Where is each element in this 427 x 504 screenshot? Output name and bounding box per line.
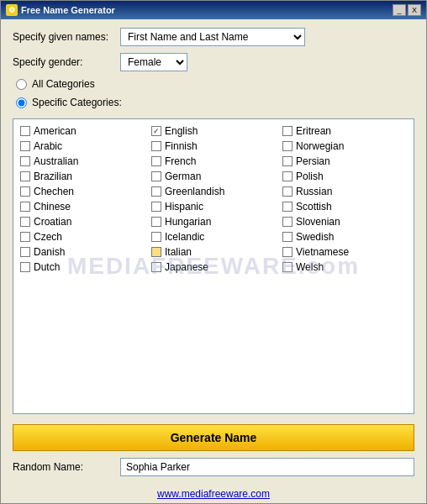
category-checkbox[interactable]: [151, 141, 161, 151]
category-label: Chinese: [34, 201, 71, 213]
list-item: Persian: [281, 155, 409, 168]
category-checkbox[interactable]: [282, 141, 293, 151]
category-checkbox[interactable]: [151, 247, 161, 257]
list-item: Finnish: [150, 139, 277, 153]
category-label: Eritrean: [296, 125, 331, 137]
list-item: Dutch: [18, 260, 146, 274]
generate-name-button[interactable]: Generate Name: [13, 424, 414, 451]
specific-categories-radio[interactable]: [16, 97, 27, 108]
list-item: Welsh: [281, 260, 409, 274]
category-label: Norwegian: [296, 140, 344, 152]
gender-select[interactable]: FemaleMaleBoth: [120, 53, 187, 71]
category-label: Persian: [296, 155, 330, 167]
category-label: Scottish: [296, 201, 332, 213]
category-checkbox[interactable]: [151, 232, 161, 242]
category-checkbox[interactable]: [20, 141, 30, 151]
categories-grid: American✓EnglishEritreanArabicFinnishNor…: [18, 124, 409, 274]
list-item: Chechen: [18, 185, 146, 198]
list-item: Vietnamese: [281, 245, 409, 259]
all-categories-label: All Categories: [32, 78, 95, 90]
category-checkbox[interactable]: [151, 202, 161, 212]
category-checkbox[interactable]: [151, 217, 161, 227]
category-checkbox[interactable]: [282, 186, 293, 197]
category-checkbox[interactable]: [20, 262, 30, 272]
given-names-select[interactable]: First Name and Last NameFirst Name OnlyL…: [120, 28, 305, 46]
main-window: ⚙ Free Name Generator _ X Specify given …: [0, 0, 427, 504]
list-item: Norwegian: [281, 139, 409, 153]
gender-label: Specify gender:: [13, 56, 113, 68]
category-checkbox[interactable]: [282, 171, 293, 181]
category-label: Swedish: [296, 231, 334, 243]
category-checkbox[interactable]: [282, 126, 293, 136]
title-bar-buttons: _ X: [393, 4, 421, 16]
list-item: French: [150, 155, 277, 168]
list-item: Arabic: [18, 139, 146, 153]
app-icon: ⚙: [6, 4, 18, 16]
content-area: Specify given names: First Name and Last…: [1, 19, 426, 485]
all-categories-radio[interactable]: [16, 79, 27, 90]
list-item: Chinese: [18, 200, 146, 213]
list-item: Eritrean: [281, 124, 409, 138]
category-checkbox[interactable]: [151, 262, 161, 272]
list-item: Hungarian: [150, 215, 277, 228]
category-checkbox[interactable]: [20, 202, 30, 212]
category-label: Polish: [296, 171, 324, 182]
category-label: American: [34, 125, 76, 137]
specific-categories-label: Specific Categories:: [32, 97, 122, 108]
list-item: Croatian: [18, 215, 146, 228]
random-name-input[interactable]: [120, 458, 414, 476]
category-label: Croatian: [34, 216, 71, 228]
list-item: Japanese: [150, 260, 277, 274]
gender-row: Specify gender: FemaleMaleBoth: [13, 53, 414, 71]
close-button[interactable]: X: [408, 4, 421, 16]
list-item: Polish: [281, 170, 409, 183]
category-label: Icelandic: [165, 231, 204, 243]
list-item: Greenlandish: [150, 185, 277, 198]
category-checkbox[interactable]: [20, 186, 30, 197]
category-label: Slovenian: [296, 216, 340, 228]
random-name-row: Random Name:: [13, 458, 414, 476]
category-checkbox[interactable]: [20, 171, 30, 181]
list-item: Hispanic: [150, 200, 277, 213]
footer-link[interactable]: www.mediafreeware.com: [157, 488, 270, 500]
category-label: Czech: [34, 231, 62, 243]
category-label: Italian: [165, 246, 192, 258]
category-label: Vietnamese: [296, 246, 349, 258]
category-checkbox[interactable]: [20, 232, 30, 242]
category-checkbox[interactable]: [151, 156, 161, 166]
category-checkbox[interactable]: [282, 202, 293, 212]
category-checkbox[interactable]: [282, 247, 293, 257]
minimize-button[interactable]: _: [393, 4, 406, 16]
list-item: Australian: [18, 155, 146, 168]
category-label: Hungarian: [165, 216, 211, 228]
category-checkbox[interactable]: [20, 126, 30, 136]
list-item: Russian: [281, 185, 409, 198]
category-checkbox[interactable]: [282, 262, 293, 272]
given-names-label: Specify given names:: [13, 31, 113, 43]
category-label: Danish: [34, 246, 65, 258]
category-checkbox[interactable]: [20, 156, 30, 166]
window-title: Free Name Generator: [21, 5, 115, 15]
list-item: American: [18, 124, 146, 138]
category-checkbox[interactable]: [151, 186, 161, 197]
category-checkbox[interactable]: [20, 217, 30, 227]
category-checkbox[interactable]: [282, 232, 293, 242]
title-bar: ⚙ Free Name Generator _ X: [1, 1, 426, 19]
category-label: Brazilian: [34, 171, 72, 182]
list-item: Italian: [150, 245, 277, 259]
categories-box: MEDIAFREEWARE.com American✓EnglishEritre…: [13, 118, 414, 414]
category-checkbox[interactable]: [282, 217, 293, 227]
category-label: Arabic: [34, 140, 62, 152]
category-checkbox[interactable]: [151, 171, 161, 181]
category-label: Japanese: [165, 261, 208, 273]
category-checkbox[interactable]: [282, 156, 293, 166]
footer: www.mediafreeware.com: [1, 485, 426, 503]
list-item: Scottish: [281, 200, 409, 213]
category-checkbox[interactable]: ✓: [151, 126, 161, 136]
list-item: Danish: [18, 245, 146, 259]
category-label: Russian: [296, 186, 332, 197]
list-item: German: [150, 170, 277, 183]
list-item: Swedish: [281, 230, 409, 244]
category-checkbox[interactable]: [20, 247, 30, 257]
list-item: Slovenian: [281, 215, 409, 228]
